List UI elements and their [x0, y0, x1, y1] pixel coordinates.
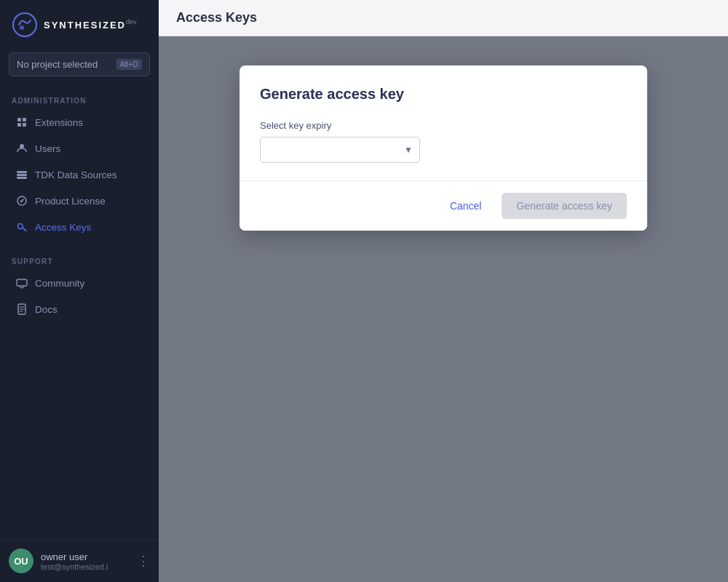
main-header: Access Keys [159, 0, 728, 36]
project-selector[interactable]: No project selected Alt+O [9, 52, 150, 76]
sidebar-item-docs-label: Docs [35, 304, 58, 315]
avatar: OU [9, 549, 33, 573]
modal-title: Generate access key [260, 86, 627, 103]
administration-section-label: ADMINISTRATION [0, 88, 159, 109]
sidebar-item-access-keys-label: Access Keys [35, 222, 91, 233]
modal-body: Generate access key Select key expiry 30… [240, 65, 647, 180]
key-expiry-select[interactable]: 30 days 60 days 90 days 1 year Never [260, 137, 420, 163]
sidebar-item-product-license[interactable]: Product License [4, 188, 154, 213]
main-content: Access Keys Generate access key Select k… [159, 0, 728, 582]
sidebar-item-community[interactable]: Community [4, 271, 154, 295]
sidebar-item-docs[interactable]: Docs [4, 297, 154, 322]
footer-username: owner user [41, 551, 130, 562]
sidebar-item-extensions[interactable]: Extensions [4, 110, 154, 135]
svg-point-0 [13, 13, 36, 36]
user-info: owner user test@synthesized.i [41, 551, 130, 571]
cancel-button[interactable]: Cancel [438, 194, 494, 218]
svg-rect-9 [17, 177, 27, 179]
sidebar-item-extensions-label: Extensions [35, 117, 83, 128]
svg-rect-4 [17, 123, 21, 127]
extensions-icon [16, 116, 28, 128]
svg-rect-3 [23, 118, 26, 121]
sidebar-item-users-label: Users [35, 143, 60, 154]
sidebar-item-product-license-label: Product License [35, 196, 106, 207]
generate-access-key-modal: Generate access key Select key expiry 30… [240, 65, 647, 231]
sidebar: SYNTHESIZEDdev No project selected Alt+O… [0, 0, 159, 582]
svg-point-1 [20, 25, 24, 30]
sidebar-item-tdk-data-sources[interactable]: TDK Data Sources [4, 162, 154, 187]
generate-access-key-button[interactable]: Generate access key [502, 193, 627, 219]
tdk-icon [16, 169, 28, 180]
project-selector-shortcut: Alt+O [116, 59, 142, 70]
page-title: Access Keys [176, 10, 257, 25]
key-expiry-select-wrapper: 30 days 60 days 90 days 1 year Never ▼ [260, 137, 420, 163]
svg-rect-7 [17, 171, 27, 173]
sidebar-item-community-label: Community [35, 278, 84, 289]
svg-rect-8 [17, 174, 27, 176]
svg-rect-5 [23, 123, 26, 127]
synthesized-logo-icon [12, 12, 38, 38]
docs-icon [16, 303, 28, 315]
sidebar-item-tdk-label: TDK Data Sources [35, 170, 117, 180]
sidebar-item-access-keys[interactable]: Access Keys [4, 215, 154, 239]
svg-rect-2 [17, 118, 21, 121]
footer-menu-button[interactable]: ⋮ [137, 553, 150, 569]
key-icon [16, 221, 28, 233]
app-env: dev [126, 18, 137, 25]
sidebar-logo: SYNTHESIZEDdev [0, 0, 159, 47]
support-section-label: SUPPORT [0, 249, 159, 270]
license-icon [16, 195, 28, 207]
users-icon [16, 143, 28, 154]
modal-footer: Cancel Generate access key [240, 180, 647, 231]
logo-text: SYNTHESIZEDdev [44, 18, 137, 31]
footer-email: test@synthesized.i [41, 562, 130, 571]
key-expiry-label: Select key expiry [260, 120, 627, 131]
modal-overlay: Generate access key Select key expiry 30… [159, 36, 728, 582]
community-icon [16, 277, 28, 289]
svg-point-6 [20, 144, 24, 148]
project-selector-label: No project selected [17, 59, 98, 70]
main-body: Generate access key Select key expiry 30… [159, 36, 728, 582]
sidebar-item-users[interactable]: Users [4, 136, 154, 161]
svg-rect-12 [17, 279, 27, 286]
sidebar-footer: OU owner user test@synthesized.i ⋮ [0, 539, 159, 582]
